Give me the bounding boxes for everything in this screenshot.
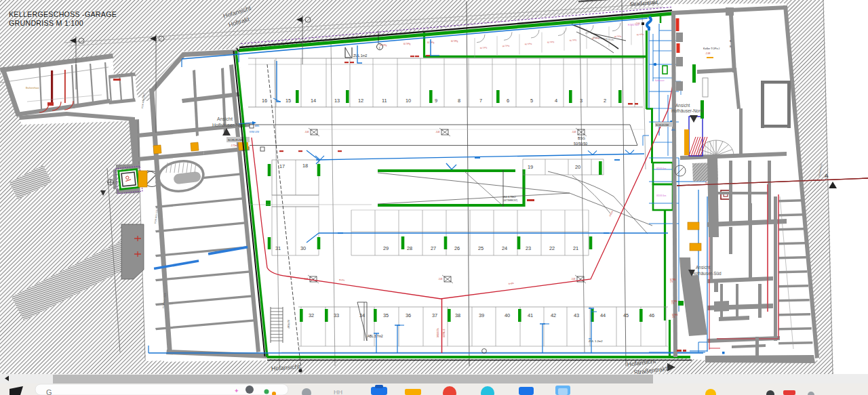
svg-text:42: 42: [551, 312, 556, 318]
svg-text:46: 46: [649, 312, 654, 318]
svg-text:-2,72m2: -2,72m2: [231, 144, 238, 147]
svg-text:38: 38: [455, 312, 460, 318]
svg-text:44: 44: [600, 312, 606, 318]
svg-text:60 TiPfg: 60 TiPfg: [451, 40, 458, 43]
svg-text:W.TRN: W.TRN: [671, 300, 677, 303]
svg-text:ABL: ABL: [255, 125, 260, 127]
svg-text:WDVS 8cm: WDVS 8cm: [656, 194, 667, 197]
svg-text:24: 24: [502, 245, 507, 251]
svg-text:23: 23: [526, 245, 531, 251]
svg-text:KELLERGESCHOSS -GARAGE: KELLERGESCHOSS -GARAGE: [9, 10, 117, 18]
svg-text:SCHLEUSE: SCHLEUSE: [228, 138, 243, 142]
svg-text:39: 39: [479, 312, 484, 318]
svg-text:19: 19: [528, 164, 533, 170]
svg-text:60 TiPfg: 60 TiPfg: [403, 43, 411, 45]
svg-text:8: 8: [458, 98, 460, 104]
svg-text:11: 11: [382, 98, 387, 104]
svg-text:ABL: ABL: [671, 129, 675, 131]
svg-text:36: 36: [406, 312, 411, 318]
svg-text:Hofhäuser-Nord: Hofhäuser-Nord: [671, 108, 703, 113]
svg-text:13: 13: [334, 98, 340, 104]
svg-text:50/50/50: 50/50/50: [574, 142, 587, 146]
svg-text:33: 33: [334, 312, 339, 318]
svg-text:21: 21: [573, 245, 578, 251]
svg-text:29: 29: [383, 245, 389, 251]
svg-text:14: 14: [311, 98, 316, 104]
svg-text:W.FRAP: W.FRAP: [287, 320, 290, 329]
svg-text:-3,08: -3,08: [571, 278, 576, 280]
svg-text:ZUL 1.2m2: ZUL 1.2m2: [589, 339, 603, 343]
svg-text:W.TRN: W.TRN: [670, 278, 675, 281]
svg-text:18: 18: [302, 163, 308, 169]
svg-text:2: 2: [604, 98, 606, 104]
svg-text:-3,08: -3,08: [572, 131, 576, 133]
svg-text:W.TRN: W.TRN: [672, 314, 677, 316]
svg-text:6: 6: [507, 98, 509, 104]
svg-text:30: 30: [300, 245, 306, 251]
svg-text:3: 3: [580, 98, 583, 104]
svg-text:35: 35: [383, 312, 389, 318]
svg-text:Bschorerhaus: Bschorerhaus: [26, 87, 39, 89]
svg-text:-2,68: -2,68: [705, 52, 710, 55]
svg-text:Ansicht: Ansicht: [217, 117, 233, 121]
svg-text:17k: 17k: [670, 280, 673, 283]
svg-text:H.SW2 5a/5: H.SW2 5a/5: [628, 24, 639, 26]
svg-text:Hofhäuser-Süd: Hofhäuser-Süd: [692, 271, 722, 276]
svg-text:27: 27: [431, 245, 436, 251]
svg-text:BSG: BSG: [578, 136, 585, 140]
svg-text:B=8%: B=8%: [339, 278, 345, 282]
svg-text:15: 15: [285, 98, 291, 104]
svg-text:(GITTERROST): (GITTERROST): [503, 199, 517, 202]
svg-text:-3,08: -3,08: [438, 278, 443, 280]
svg-text:16: 16: [262, 98, 267, 104]
svg-text:10: 10: [406, 98, 411, 104]
svg-text:25: 25: [478, 245, 484, 251]
svg-text:17: 17: [279, 163, 285, 169]
svg-text:-3,08: -3,08: [304, 131, 309, 133]
svg-text:7: 7: [479, 98, 482, 104]
svg-text:G: G: [46, 388, 52, 395]
svg-text:9: 9: [435, 98, 437, 104]
svg-text:GEFÄLLE: GEFÄLLE: [443, 329, 446, 337]
svg-text:ABL 3.7m2: ABL 3.7m2: [368, 335, 383, 338]
svg-text:✦: ✦: [234, 388, 239, 394]
svg-text:20: 20: [575, 164, 580, 170]
svg-text:HH: HH: [334, 389, 342, 395]
svg-text:32: 32: [309, 312, 314, 318]
svg-text:GRUNDRISS M 1:100: GRUNDRISS M 1:100: [9, 19, 83, 27]
svg-text:SCHLEUSE: SCHLEUSE: [656, 124, 669, 127]
svg-text:40: 40: [505, 312, 510, 318]
svg-text:43: 43: [574, 312, 579, 318]
svg-text:Ansicht: Ansicht: [675, 103, 690, 108]
svg-text:5: 5: [530, 98, 533, 104]
svg-text:KRW 4/W: KRW 4/W: [250, 131, 259, 133]
svg-text:Keller TOPe-I: Keller TOPe-I: [703, 47, 719, 50]
svg-text:ZUL 6.78m2: ZUL 6.78m2: [503, 196, 516, 199]
svg-text:26: 26: [454, 245, 460, 251]
svg-text:60 TiPfg: 60 TiPfg: [380, 44, 387, 47]
svg-text:28: 28: [407, 245, 412, 251]
svg-text:45: 45: [623, 312, 629, 318]
svg-text:DN100 2%: DN100 2%: [437, 328, 439, 337]
svg-text:WDVS 8cm: WDVS 8cm: [656, 167, 667, 170]
svg-text:Kaltwasser: Kaltwasser: [655, 79, 665, 82]
svg-text:12: 12: [358, 98, 363, 104]
svg-text:-3,08: -3,08: [435, 131, 440, 133]
svg-text:37: 37: [432, 312, 437, 318]
svg-text:Ansicht: Ansicht: [696, 265, 711, 270]
svg-text:17k: 17k: [672, 316, 675, 318]
svg-text:17k: 17k: [671, 302, 675, 305]
svg-text:31: 31: [275, 245, 281, 251]
svg-text:4: 4: [555, 98, 557, 104]
svg-text:ZUL 1m2: ZUL 1m2: [353, 54, 368, 58]
svg-text:22: 22: [549, 245, 555, 251]
svg-text:41: 41: [528, 312, 533, 318]
svg-text:A: A: [825, 173, 828, 179]
